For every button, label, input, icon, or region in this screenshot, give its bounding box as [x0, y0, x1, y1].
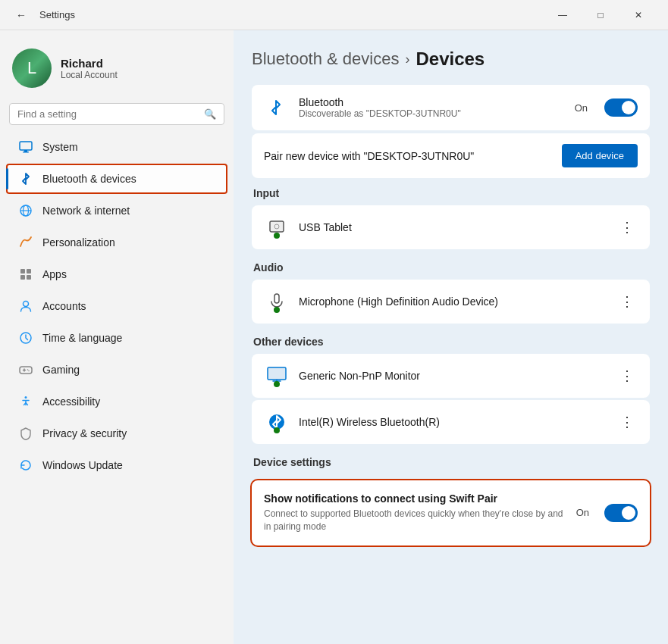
other-devices-label: Other devices — [252, 336, 650, 348]
sidebar: L Richard Local Account 🔍 System Bluetoo… — [0, 30, 234, 644]
device-settings-section: Device settings Show notifications to co… — [252, 456, 650, 546]
nav-label-network: Network & internet — [42, 205, 130, 217]
nav-label-accessibility: Accessibility — [42, 395, 100, 408]
svg-rect-18 — [270, 221, 284, 232]
nav-item-apps[interactable]: Apps — [6, 259, 227, 289]
bluetooth-sub: Discoverable as "DESKTOP-3UTNR0U" — [299, 108, 564, 119]
nav-item-privacy[interactable]: Privacy & security — [6, 418, 227, 449]
search-icon: 🔍 — [204, 108, 216, 120]
bluetooth-icon — [18, 171, 33, 186]
swift-pair-info: Show notifications to connect using Swif… — [264, 492, 567, 533]
personalization-icon — [18, 235, 33, 250]
nav-label-personalization: Personalization — [42, 236, 115, 249]
accessibility-icon — [18, 394, 33, 409]
user-account-type: Local Account — [61, 70, 118, 80]
bluetooth-toggle[interactable] — [604, 98, 638, 117]
user-name: Richard — [61, 57, 118, 70]
wireless-bluetooth-more-button[interactable]: ⋮ — [616, 411, 638, 433]
monitor-name: Generic Non-PnP Monitor — [299, 370, 607, 382]
svg-rect-2 — [24, 150, 27, 152]
swift-pair-status-label: On — [576, 507, 589, 518]
svg-point-17 — [25, 396, 27, 399]
nav-item-system[interactable]: System — [6, 132, 227, 162]
nav-label-time: Time & language — [42, 332, 122, 344]
status-dot — [274, 427, 280, 433]
system-icon — [18, 139, 33, 155]
svg-rect-7 — [27, 269, 31, 274]
wireless-bluetooth-row: Intel(R) Wireless Bluetooth(R) ⋮ — [252, 400, 650, 444]
svg-rect-9 — [27, 275, 31, 280]
nav-label-system: System — [42, 141, 78, 153]
nav-item-update[interactable]: Windows Update — [6, 450, 227, 480]
svg-rect-20 — [274, 294, 279, 303]
gaming-icon — [18, 362, 33, 377]
swift-pair-row: Show notifications to connect using Swif… — [264, 492, 638, 533]
apps-icon — [18, 267, 33, 282]
time-icon — [18, 330, 33, 345]
breadcrumb-parent[interactable]: Bluetooth & devices — [252, 49, 399, 69]
monitor-more-button[interactable]: ⋮ — [616, 365, 638, 386]
monitor-icon — [264, 363, 290, 389]
usb-tablet-row: USB Tablet ⋮ — [252, 205, 650, 249]
microphone-row: Microphone (High Definition Audio Device… — [252, 280, 650, 324]
close-button[interactable]: ✕ — [621, 3, 656, 27]
bluetooth-row-icon — [264, 95, 288, 120]
nav-item-time[interactable]: Time & language — [6, 323, 227, 353]
other-devices-section: Other devices Generic Non-PnP Monitor ⋮ … — [252, 336, 650, 444]
title-bar: ← Settings — □ ✕ — [0, 0, 668, 30]
update-icon — [18, 458, 33, 473]
nav-label-bluetooth: Bluetooth & devices — [42, 173, 136, 185]
microphone-more-button[interactable]: ⋮ — [616, 291, 638, 312]
avatar: L — [12, 48, 52, 88]
nav-label-apps: Apps — [42, 268, 67, 280]
network-icon — [18, 203, 33, 218]
nav-item-network[interactable]: Network & internet — [6, 195, 227, 226]
monitor-row: Generic Non-PnP Monitor ⋮ — [252, 354, 650, 398]
nav-label-accounts: Accounts — [42, 300, 86, 312]
status-dot — [274, 233, 280, 239]
device-settings-label: Device settings — [252, 456, 650, 468]
microphone-icon — [264, 289, 290, 314]
microphone-name: Microphone (High Definition Audio Device… — [299, 295, 607, 308]
back-button[interactable]: ← — [12, 6, 30, 24]
nav-label-privacy: Privacy & security — [42, 427, 127, 439]
pair-new-device-row: Pair new device with "DESKTOP-3UTNR0U" A… — [252, 133, 650, 178]
input-section-label: Input — [252, 187, 650, 199]
bluetooth-status-label: On — [575, 102, 588, 114]
breadcrumb-separator: › — [405, 52, 409, 67]
add-device-button[interactable]: Add device — [562, 144, 638, 167]
svg-rect-6 — [20, 269, 25, 274]
status-dot — [274, 307, 280, 313]
nav-item-gaming[interactable]: Gaming — [6, 355, 227, 385]
search-input[interactable] — [17, 108, 198, 120]
swift-pair-sub: Connect to supported Bluetooth devices q… — [264, 508, 567, 533]
input-section: Input USB Tablet ⋮ — [252, 187, 650, 249]
wireless-bluetooth-icon — [264, 409, 290, 435]
audio-section-label: Audio — [252, 261, 650, 274]
nav-item-personalization[interactable]: Personalization — [6, 227, 227, 258]
usb-tablet-more-button[interactable]: ⋮ — [616, 217, 638, 238]
search-box[interactable]: 🔍 — [9, 103, 224, 125]
maximize-button[interactable]: □ — [583, 3, 618, 27]
swift-pair-title: Show notifications to connect using Swif… — [264, 492, 567, 505]
pair-row-text: Pair new device with "DESKTOP-3UTNR0U" — [264, 150, 551, 162]
breadcrumb-current: Devices — [416, 48, 485, 70]
privacy-icon — [18, 426, 33, 441]
nav-item-bluetooth[interactable]: Bluetooth & devices — [6, 164, 227, 194]
swift-pair-card: Show notifications to connect using Swif… — [252, 480, 650, 546]
usb-tablet-icon — [264, 214, 290, 240]
swift-pair-toggle[interactable] — [604, 504, 638, 522]
nav-label-update: Windows Update — [42, 459, 123, 471]
nav-item-accounts[interactable]: Accounts — [6, 291, 227, 321]
svg-rect-0 — [20, 142, 32, 150]
app-title: Settings — [39, 9, 536, 20]
svg-point-16 — [28, 370, 30, 372]
user-section[interactable]: L Richard Local Account — [0, 36, 234, 103]
svg-point-15 — [27, 369, 29, 370]
minimize-button[interactable]: — — [545, 3, 580, 27]
bluetooth-name: Bluetooth — [299, 96, 564, 108]
window-controls: — □ ✕ — [545, 3, 656, 27]
nav-item-accessibility[interactable]: Accessibility — [6, 386, 227, 417]
bluetooth-toggle-row: Bluetooth Discoverable as "DESKTOP-3UTNR… — [252, 85, 650, 130]
status-dot — [274, 381, 280, 387]
